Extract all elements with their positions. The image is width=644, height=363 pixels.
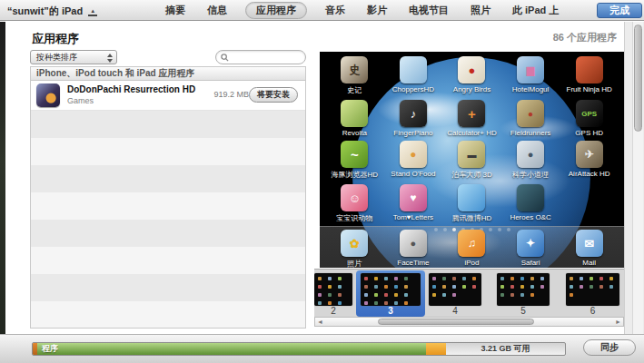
app-icon[interactable]: GPS — [576, 100, 603, 127]
thumb-app-dot — [394, 285, 398, 289]
app-icon[interactable]: ✈ — [576, 141, 603, 168]
app-icon[interactable]: ♫ — [458, 230, 485, 257]
home-app: ▬泊车大师 3D — [442, 141, 501, 180]
thumb-app-dot — [374, 301, 378, 305]
app-icon[interactable]: ● — [458, 56, 485, 83]
app-icon-label: iPod — [464, 259, 479, 267]
thumb-app-dot — [462, 285, 466, 289]
thumb-app-dot — [570, 277, 573, 280]
horizontal-scrollbar[interactable]: ◄ ► — [314, 317, 624, 327]
app-icon[interactable]: ♥ — [400, 184, 427, 211]
ipad-screen-preview[interactable]: 史史记ChoppersHD●Angry Birds▆HotelMogulFrui… — [320, 52, 624, 268]
tab-2[interactable]: 应用程序 — [245, 2, 307, 19]
thumb-app-dot — [364, 293, 368, 297]
app-icon[interactable]: ✦ — [517, 230, 544, 257]
app-icon-glyph: 史 — [349, 63, 360, 78]
search-input[interactable] — [229, 53, 300, 62]
app-thumbnail-icon — [36, 83, 60, 107]
page-thumbnail-5[interactable] — [497, 273, 550, 306]
tab-4[interactable]: 影片 — [363, 3, 391, 18]
app-icon[interactable] — [400, 56, 427, 83]
app-icon[interactable]: ● — [400, 141, 427, 168]
install-state-button[interactable]: 将要安装 — [249, 87, 298, 103]
thumb-app-dot — [580, 277, 583, 280]
scroll-right-icon[interactable]: ► — [615, 318, 621, 327]
device-name: “sunwit”的 iPad▲ — [7, 5, 97, 18]
app-icon[interactable]: ♪ — [400, 100, 427, 127]
app-icon[interactable]: ✿ — [341, 230, 368, 257]
thumb-app-dot — [599, 277, 603, 280]
empty-list-row — [31, 247, 305, 274]
home-app: ✉Mail — [560, 230, 619, 268]
thumb-app-dot — [442, 277, 446, 280]
vertical-scroll-thumb[interactable] — [634, 25, 642, 132]
horizontal-scroll-thumb[interactable] — [378, 319, 534, 325]
page-number-label: 4 — [429, 306, 481, 316]
itunes-window: “sunwit”的 iPad▲ 摘要信息应用程序音乐影片电视节目照片此 iPad… — [0, 0, 644, 363]
tab-7[interactable]: 此 iPad 上 — [509, 3, 562, 18]
app-size: 919.2 MB — [213, 90, 249, 99]
app-icon-glyph: ▬ — [467, 150, 476, 160]
app-list-row-dodonpachi[interactable]: DoDonPachi Resurrection HD Games 919.2 M… — [31, 81, 305, 111]
tab-5[interactable]: 电视节目 — [405, 3, 452, 18]
empty-list-row — [31, 111, 305, 138]
app-icon[interactable]: 史 — [341, 56, 368, 83]
app-icon-label: 照片 — [347, 259, 362, 268]
dropdown-arrows-icon — [106, 53, 114, 64]
app-icon-glyph: ✿ — [350, 237, 360, 250]
app-icon[interactable]: + — [458, 100, 485, 127]
home-icon-row: ~海豚浏览器HD●Stand O'Food▬泊车大师 3D●科学小道理✈AirA… — [325, 141, 619, 180]
page-title: 应用程序 — [32, 31, 79, 47]
done-button[interactable]: 完成 — [597, 3, 642, 18]
home-icon-row: 史史记ChoppersHD●Angry Birds▆HotelMogulFrui… — [325, 56, 619, 95]
app-icon[interactable]: ▆ — [517, 56, 544, 83]
home-app: Revolta — [325, 100, 384, 137]
app-icon[interactable] — [341, 100, 368, 127]
page-thumbnail-3[interactable] — [361, 273, 421, 306]
vertical-scrollbar[interactable] — [632, 22, 643, 334]
sync-button[interactable]: 同步 — [583, 339, 636, 356]
thumb-app-dot — [374, 293, 378, 297]
thumb-app-dot — [500, 277, 504, 280]
tab-1[interactable]: 信息 — [203, 3, 231, 18]
page-thumbnail-6[interactable] — [566, 273, 619, 306]
page-thumbnail-4[interactable] — [429, 273, 481, 306]
home-app: 史史记 — [325, 56, 384, 95]
app-icon[interactable]: ~ — [341, 141, 368, 168]
tab-0[interactable]: 摘要 — [162, 3, 189, 18]
home-app: ▆HotelMogul — [501, 56, 560, 95]
thumb-app-dot — [374, 285, 378, 289]
thumb-app-dot — [318, 285, 322, 289]
app-icon[interactable] — [458, 184, 485, 211]
app-icon[interactable] — [576, 56, 603, 83]
sort-dropdown[interactable]: 按种类排序 — [30, 50, 117, 64]
tab-3[interactable]: 音乐 — [322, 3, 349, 18]
app-icon[interactable] — [517, 184, 544, 211]
thumb-app-dot — [520, 293, 524, 297]
page-thumbnail-2[interactable] — [314, 273, 352, 306]
thumb-app-dot — [530, 285, 534, 289]
home-app: ♫iPod — [442, 230, 501, 268]
eject-icon[interactable]: ▲ — [88, 8, 97, 16]
thumb-app-dot — [328, 285, 332, 289]
app-icon-label: 泊车大师 3D — [451, 170, 491, 180]
app-icon[interactable]: ✉ — [576, 230, 603, 257]
app-icon[interactable]: ● — [400, 230, 427, 257]
app-icon-glyph: ✈ — [585, 148, 594, 161]
empty-list-row — [31, 274, 305, 301]
app-icon[interactable]: ● — [517, 100, 544, 127]
search-field[interactable] — [215, 50, 306, 64]
apps-list-panel: 应用程序 按种类排序 iPhone、iPod touch 和 iPad 应用程序… — [5, 22, 314, 334]
app-icon-glyph: GPS — [581, 110, 597, 118]
free-space-label: 3.21 GB 可用 — [446, 343, 565, 355]
home-app: ♪FingerPiano — [384, 100, 443, 137]
app-icon-label: 科学小道理 — [512, 170, 549, 180]
app-icon[interactable]: ☺ — [341, 184, 368, 211]
tab-6[interactable]: 照片 — [467, 3, 494, 18]
app-icon[interactable]: ▬ — [458, 141, 485, 168]
thumb-app-dot — [590, 277, 593, 280]
page-number-label: 2 — [314, 306, 352, 316]
app-icon[interactable]: ● — [517, 141, 544, 168]
scroll-left-icon[interactable]: ◄ — [317, 318, 323, 327]
thumb-app-dot — [394, 301, 398, 305]
